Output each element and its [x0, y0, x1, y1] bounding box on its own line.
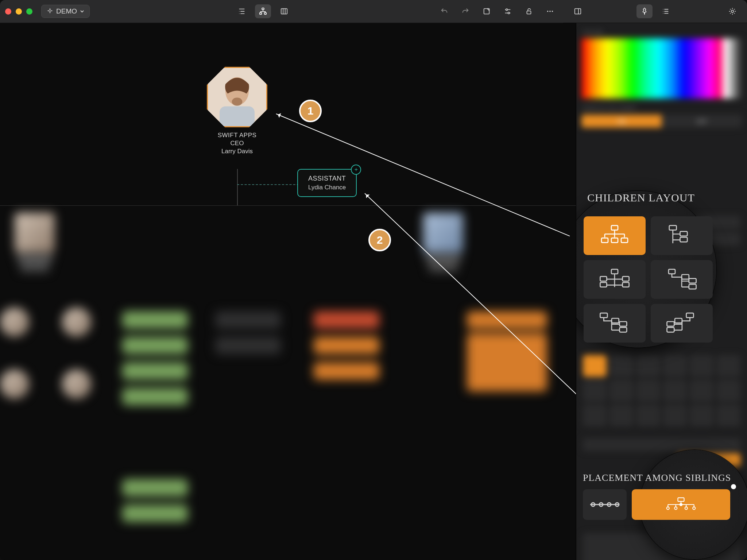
svg-rect-31	[689, 278, 696, 283]
display-on-option[interactable]: ON	[581, 115, 662, 128]
project-name: DEMO	[56, 7, 77, 15]
placement-option-centered-top[interactable]	[632, 489, 730, 520]
list-icon	[661, 7, 670, 15]
assistant-title-label: ASSISTANT	[308, 175, 346, 182]
columns-view-button[interactable]	[276, 4, 292, 18]
svg-rect-16	[220, 107, 255, 126]
svg-point-9	[549, 11, 551, 12]
color-section-label: COLOR	[583, 30, 747, 35]
placement-options-row	[583, 489, 730, 520]
inspector-settings-button[interactable]	[724, 4, 740, 18]
svg-rect-32	[689, 285, 696, 289]
ceo-title-label: CEO	[204, 140, 270, 147]
tree-view-button[interactable]	[255, 4, 271, 18]
svg-rect-34	[612, 318, 619, 323]
children-layout-heading: CHILDREN LAYOUT	[587, 192, 695, 204]
close-icon[interactable]	[5, 8, 11, 15]
pin-icon	[640, 7, 649, 15]
svg-rect-28	[623, 282, 629, 287]
layout-option-tree-left-right[interactable]	[584, 260, 646, 299]
svg-rect-39	[667, 322, 674, 327]
redo-icon	[461, 7, 470, 15]
minimize-icon[interactable]	[16, 8, 22, 15]
maximize-icon[interactable]	[26, 8, 32, 15]
ceo-avatar	[207, 67, 267, 127]
svg-point-6	[508, 12, 510, 14]
svg-point-46	[680, 503, 683, 506]
outline-view-icon	[237, 7, 246, 15]
sidebar-toggle-icon	[573, 7, 582, 15]
color-picker[interactable]	[581, 38, 742, 99]
svg-rect-36	[620, 328, 627, 332]
svg-rect-7	[527, 11, 531, 14]
lock-button[interactable]	[521, 4, 537, 18]
svg-rect-38	[675, 318, 682, 323]
svg-point-12	[731, 10, 734, 12]
layout-option-tree-cascade-right[interactable]	[651, 304, 713, 343]
svg-rect-23	[680, 237, 688, 242]
project-dropdown[interactable]: DEMO	[41, 5, 90, 18]
layout-option-tree-balanced[interactable]	[584, 216, 646, 255]
redo-button[interactable]	[457, 4, 473, 18]
svg-rect-17	[611, 225, 618, 230]
svg-rect-33	[600, 313, 607, 318]
svg-point-5	[506, 9, 508, 11]
columns-view-icon	[280, 7, 289, 15]
svg-rect-29	[669, 269, 675, 274]
inspector-sidebar-toggle[interactable]	[570, 4, 586, 18]
svg-rect-18	[601, 238, 608, 243]
placement-option-linear[interactable]	[583, 489, 627, 520]
connector-dash	[237, 184, 299, 185]
add-child-button[interactable]: +	[351, 165, 361, 175]
svg-rect-3	[281, 9, 287, 14]
sliders-icon	[503, 7, 512, 15]
svg-rect-1	[260, 13, 262, 15]
display-segmented-control[interactable]: ON OFF	[581, 115, 742, 128]
layout-option-tree-cascade-left[interactable]	[584, 304, 646, 343]
svg-rect-21	[669, 225, 677, 230]
undo-icon	[440, 7, 449, 15]
undo-button[interactable]	[436, 4, 452, 18]
svg-rect-24	[611, 269, 618, 274]
window-traffic-lights	[5, 8, 32, 15]
sparkle-icon	[47, 8, 53, 15]
svg-rect-20	[621, 238, 628, 243]
svg-point-8	[547, 11, 549, 12]
assistant-node[interactable]: + ASSISTANT Lydia Chance	[297, 169, 357, 197]
avatar-placeholder-icon	[208, 68, 266, 126]
svg-rect-26	[623, 277, 629, 281]
layout-option-tree-indent-compact[interactable]	[651, 260, 713, 299]
chevron-down-icon	[80, 9, 84, 13]
svg-point-50	[693, 507, 695, 509]
svg-rect-35	[620, 322, 627, 327]
svg-rect-37	[686, 313, 694, 318]
ceo-node[interactable]: SWIFT APPS CEO Larry Davis	[204, 67, 270, 156]
settings-sliders-button[interactable]	[500, 4, 516, 18]
children-layout-grid	[584, 216, 713, 343]
inspector-pin-button[interactable]	[636, 4, 653, 18]
app-window: DEMO	[0, 0, 747, 560]
gear-icon	[728, 7, 737, 15]
inspector-blurred-background: COLOR DISPLAY AS CHART ON OFF	[576, 30, 747, 128]
annotation-badge-1: 1	[299, 100, 322, 122]
placement-heading: PLACEMENT AMONG SIBLINGS	[583, 472, 731, 483]
svg-rect-11	[575, 9, 581, 14]
svg-rect-19	[611, 238, 618, 243]
callout-anchor-dot	[731, 484, 736, 489]
layout-option-tree-right-indent[interactable]	[651, 216, 713, 255]
tree-branch-line	[0, 205, 576, 206]
more-icon	[546, 7, 554, 15]
outline-view-button[interactable]	[234, 4, 250, 18]
display-section-label: DISPLAY AS CHART	[583, 105, 747, 111]
inspector-panel: COLOR DISPLAY AS CHART ON OFF	[576, 23, 747, 560]
tree-view-icon	[259, 7, 267, 15]
inspector-list-button[interactable]	[658, 4, 674, 18]
svg-rect-27	[600, 282, 607, 287]
svg-rect-30	[682, 275, 689, 279]
org-chart-canvas[interactable]: SWIFT APPS CEO Larry Davis + ASSISTANT L…	[0, 23, 576, 560]
export-button[interactable]	[479, 4, 495, 18]
display-off-option[interactable]: OFF	[662, 115, 742, 128]
svg-point-15	[232, 98, 243, 106]
svg-point-48	[674, 507, 677, 509]
more-button[interactable]	[542, 4, 558, 18]
